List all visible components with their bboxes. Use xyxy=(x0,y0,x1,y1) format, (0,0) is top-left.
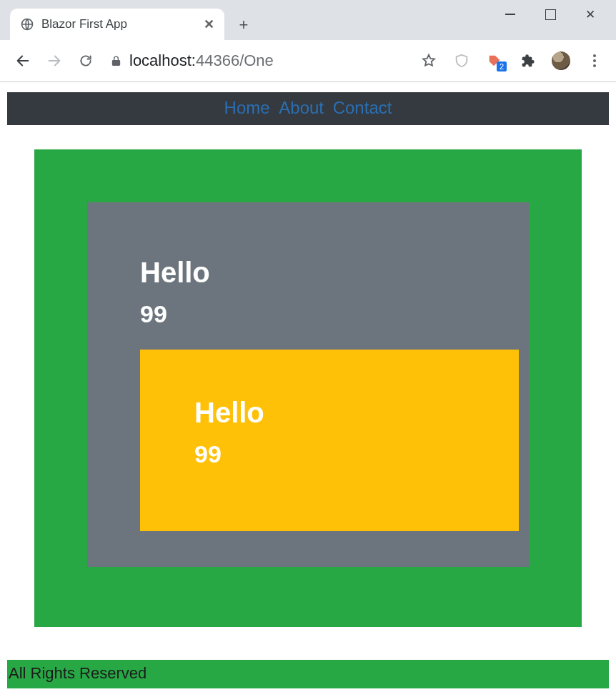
outer-container: Hello 99 Hello 99 xyxy=(34,149,582,627)
url-path: 44366/One xyxy=(196,51,274,69)
toolbar-right: 2 xyxy=(420,51,606,70)
forward-button[interactable] xyxy=(41,48,67,74)
address-bar[interactable]: localhost:44366/One xyxy=(104,51,414,70)
outer-heading: Hello xyxy=(140,257,529,289)
navbar: Home About Contact xyxy=(7,92,609,125)
yellow-panel: Hello 99 xyxy=(140,350,519,531)
window-close-button[interactable] xyxy=(583,7,597,21)
url-host: localhost: xyxy=(129,51,196,69)
profile-avatar[interactable] xyxy=(552,51,570,70)
globe-icon xyxy=(20,17,34,31)
gray-panel: Hello 99 Hello 99 xyxy=(87,202,529,567)
outer-value: 99 xyxy=(140,300,529,328)
back-button[interactable] xyxy=(10,48,36,74)
minimize-button[interactable] xyxy=(503,7,517,21)
nav-contact[interactable]: Contact xyxy=(333,98,392,117)
extension-badge: 2 xyxy=(497,61,507,71)
inner-heading: Hello xyxy=(194,397,519,429)
url-text: localhost:44366/One xyxy=(129,51,274,70)
reload-button[interactable] xyxy=(73,48,99,74)
titlebar: Blazor First App ✕ + xyxy=(0,0,616,40)
extensions-puzzle-icon[interactable] xyxy=(519,52,536,69)
tab-close-icon[interactable]: ✕ xyxy=(204,16,214,32)
page-viewport: Home About Contact Hello 99 Hello 99 All… xyxy=(0,82,616,697)
menu-button[interactable] xyxy=(586,52,603,69)
lock-icon xyxy=(110,55,122,67)
maximize-button[interactable] xyxy=(543,7,557,21)
nav-home[interactable]: Home xyxy=(224,98,270,117)
tab-title: Blazor First App xyxy=(41,17,197,31)
tabstrip: Blazor First App ✕ + xyxy=(0,0,490,40)
inner-value: 99 xyxy=(194,440,519,468)
shield-icon[interactable] xyxy=(453,52,470,69)
footer-text: All Rights Reserved xyxy=(9,664,146,682)
footer: All Rights Reserved xyxy=(7,660,609,688)
toolbar: localhost:44366/One 2 xyxy=(0,40,616,81)
nav-about[interactable]: About xyxy=(279,98,324,117)
browser-tab[interactable]: Blazor First App ✕ xyxy=(10,9,224,40)
browser-chrome: Blazor First App ✕ + localhost:44366/One xyxy=(0,0,616,82)
new-tab-button[interactable]: + xyxy=(232,13,256,37)
extension-icon[interactable]: 2 xyxy=(486,52,503,69)
window-controls xyxy=(490,0,616,29)
star-icon[interactable] xyxy=(420,52,437,69)
